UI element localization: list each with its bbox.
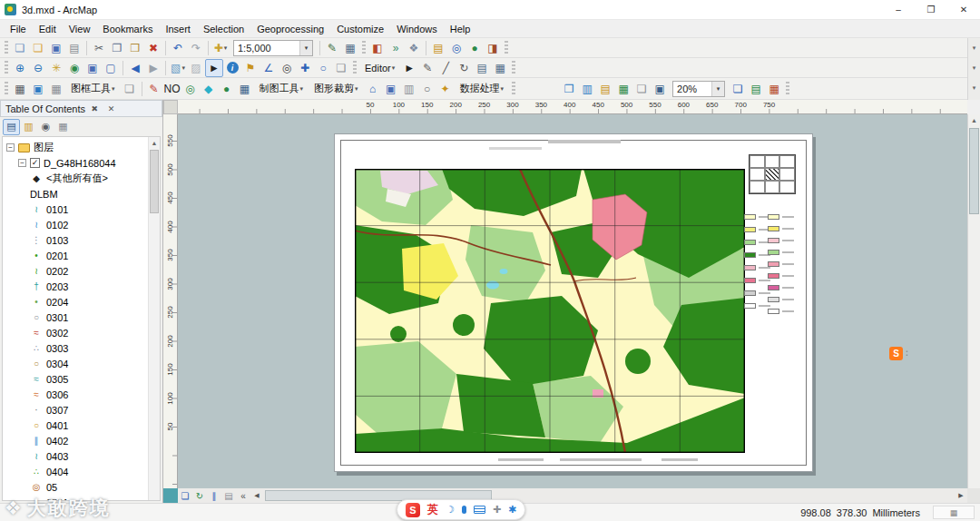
measure-icon[interactable]: ∠ <box>260 59 278 77</box>
toc-scrollbar[interactable]: ▲ <box>148 137 160 500</box>
panel-tools-icon-4[interactable]: ▦ <box>614 80 632 98</box>
toolbar-grip[interactable] <box>5 41 8 54</box>
graphic-clip-menu[interactable]: 图形裁剪▾ <box>309 80 364 97</box>
moon-icon[interactable]: ☽ <box>446 504 455 516</box>
edit-tool-icon[interactable]: ✎ <box>323 39 341 57</box>
toc-item-0307[interactable]: ·0307 <box>3 402 160 418</box>
cut-icon[interactable]: ✂ <box>90 39 108 57</box>
expand-collapse-icon[interactable]: − <box>6 143 15 152</box>
toc-item-图层[interactable]: −图层 <box>3 140 160 155</box>
list-by-visibility-icon[interactable]: ◉ <box>37 119 54 135</box>
list-by-drawing-order-icon[interactable]: ▤ <box>3 119 20 135</box>
ime-float-indicator[interactable]: S ∶ <box>889 347 908 360</box>
toolbar-overflow-icon[interactable]: ▾ <box>968 58 980 78</box>
toc-item-0402[interactable]: ∥0402 <box>3 433 160 448</box>
full-extent-icon[interactable]: ◉ <box>65 59 83 77</box>
scroll-up-icon[interactable]: ▲ <box>149 137 160 149</box>
toolbar-grip[interactable] <box>5 82 8 95</box>
toc-item-DLBM[interactable]: DLBM <box>3 186 160 202</box>
toc-item-0301[interactable]: ○0301 <box>3 310 160 325</box>
frame-tools-menu[interactable]: 图框工具▾ <box>65 80 121 97</box>
layout-extra-icon-1[interactable]: ▤ <box>747 80 765 98</box>
microphone-icon[interactable] <box>462 506 466 514</box>
toc-item-0302[interactable]: ≈0302 <box>3 325 160 340</box>
editor-arrow-icon[interactable]: ► <box>400 59 418 77</box>
map-scale-combo[interactable]: 1:5,000▾ <box>233 40 313 56</box>
arcglobe-icon[interactable]: ● <box>466 39 484 57</box>
sogou-logo-icon[interactable]: S <box>406 503 420 517</box>
toc-item-D_G48H168044[interactable]: −✓D_G48H168044 <box>3 155 160 171</box>
scroll-up-icon[interactable]: ▲ <box>968 114 980 126</box>
layout-grid-icon[interactable]: ▦ <box>11 80 29 98</box>
scrollbar-thumb[interactable] <box>150 150 159 213</box>
catalog-window-icon[interactable]: ▤ <box>429 39 447 57</box>
toolbar-grip[interactable] <box>512 61 515 74</box>
graticule-icon[interactable]: ▦ <box>47 80 65 98</box>
layout-extra-icon-2[interactable]: ▦ <box>765 80 783 98</box>
green-globe-icon[interactable]: ● <box>218 80 236 98</box>
language-toggle[interactable]: 英 <box>427 502 438 517</box>
flash-tool-icon[interactable]: ✦ <box>436 80 455 98</box>
layout-page[interactable] <box>334 133 813 472</box>
select-features-icon[interactable]: ▧▾ <box>169 59 187 77</box>
wrench-icon[interactable]: ✱ <box>508 504 516 516</box>
toc-item-0201[interactable]: •0201 <box>3 248 160 263</box>
toc-item-0305[interactable]: ≈0305 <box>3 371 160 387</box>
keyboard-icon[interactable] <box>474 506 485 514</box>
open-icon[interactable]: ❏ <box>29 39 47 57</box>
menu-windows[interactable]: Windows <box>390 22 444 36</box>
time-slider-icon[interactable]: ○ <box>314 59 332 77</box>
python-window-icon[interactable]: » <box>387 39 405 57</box>
redo-icon[interactable]: ↷ <box>187 39 205 57</box>
arcscene-icon[interactable]: ◨ <box>484 39 502 57</box>
pan-icon[interactable]: ✳ <box>47 59 65 77</box>
toc-item-0304[interactable]: ○0304 <box>3 356 160 371</box>
search-window-icon[interactable]: ◎ <box>447 39 466 57</box>
menu-customize[interactable]: Customize <box>330 22 390 36</box>
sogou-mini-logo-icon[interactable]: S <box>889 347 903 360</box>
toolbar-overflow-icon[interactable]: ▾ <box>968 38 980 58</box>
layout-canvas[interactable] <box>178 114 967 488</box>
scroll-left-icon[interactable]: ◀ <box>250 489 263 502</box>
viewer-window-icon[interactable]: ❏ <box>332 59 350 77</box>
editor-menu[interactable]: Editor▾ <box>359 61 400 75</box>
droplet-icon[interactable]: ◆ <box>200 80 218 98</box>
print-icon[interactable]: ▤ <box>65 39 83 57</box>
fixed-zoom-in-icon[interactable]: ▣ <box>83 59 102 77</box>
model-builder-icon[interactable]: ❖ <box>405 39 423 57</box>
toc-item-0103[interactable]: ⋮0103 <box>3 232 160 248</box>
refresh-view-icon[interactable]: ↻ <box>192 489 207 502</box>
toc-item-0401[interactable]: ○0401 <box>3 418 160 433</box>
mapping-tools-menu[interactable]: 制图工具▾ <box>254 80 309 97</box>
copy-icon[interactable]: ❐ <box>108 39 126 57</box>
panel-tools-icon-6[interactable]: ▣ <box>651 80 669 98</box>
toolbar-grip[interactable] <box>505 41 508 54</box>
delete-icon[interactable]: ✖ <box>144 39 162 57</box>
toc-item-0306[interactable]: ≈0306 <box>3 387 160 402</box>
toolbar-grip[interactable] <box>353 61 357 74</box>
toc-item-0203[interactable]: †0203 <box>3 279 160 294</box>
panel-tools-icon-5[interactable]: ❏ <box>632 80 651 98</box>
fixed-zoom-out-icon[interactable]: ▢ <box>102 59 120 77</box>
menu-edit[interactable]: Edit <box>33 22 63 36</box>
minimize-button[interactable]: – <box>882 0 915 19</box>
toc-item-0204[interactable]: •0204 <box>3 294 160 310</box>
zoom-whole-page-icon[interactable]: ❏ <box>178 489 192 502</box>
toolbar-grip[interactable] <box>362 41 366 54</box>
menu-file[interactable]: File <box>4 22 33 36</box>
list-by-selection-icon[interactable]: ▦ <box>54 119 72 135</box>
no-icon[interactable]: NO <box>163 80 181 98</box>
toolbar-overflow-icon[interactable]: ▾ <box>968 78 980 98</box>
calc-grid-icon[interactable]: ▦ <box>236 80 254 98</box>
toc-header[interactable]: Table Of Contents ✚ ✕ <box>0 100 162 117</box>
attribute-table-icon[interactable]: ▦ <box>341 39 359 57</box>
toc-item-0101[interactable]: ≀0101 <box>3 202 160 217</box>
restore-button[interactable]: ❐ <box>915 0 947 19</box>
chevron-down-icon[interactable]: ▾ <box>711 82 724 96</box>
data-frame-icon[interactable]: ▣ <box>29 80 47 98</box>
toc-item-0102[interactable]: ≀0102 <box>3 217 160 232</box>
status-grid-icon[interactable]: ▦ <box>933 506 975 519</box>
zoom-percent-combo-value[interactable]: 20% <box>673 84 711 94</box>
undo-icon[interactable]: ↶ <box>169 39 187 57</box>
map-scale-combo-value[interactable]: 1:5,000 <box>234 43 299 54</box>
